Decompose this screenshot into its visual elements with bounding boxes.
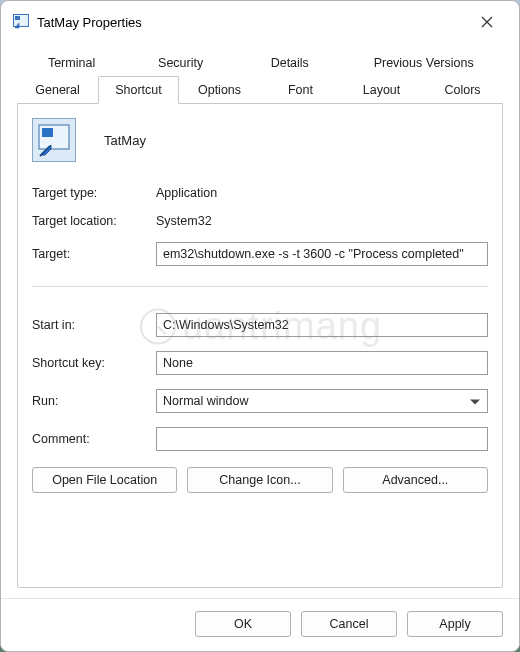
tab-shortcut[interactable]: Shortcut: [98, 76, 179, 104]
tab-security[interactable]: Security: [126, 49, 235, 76]
tab-terminal[interactable]: Terminal: [17, 49, 126, 76]
separator: [32, 286, 488, 287]
label-target: Target:: [32, 247, 142, 261]
close-button[interactable]: [467, 6, 507, 38]
properties-dialog: TatMay Properties Terminal Security Deta…: [0, 0, 520, 652]
tab-layout[interactable]: Layout: [341, 76, 422, 104]
tab-previous-versions[interactable]: Previous Versions: [344, 49, 503, 76]
ok-button[interactable]: OK: [195, 611, 291, 637]
titlebar: TatMay Properties: [1, 1, 519, 43]
app-icon: [13, 14, 29, 30]
input-start-in[interactable]: [156, 313, 488, 337]
close-icon: [481, 16, 493, 28]
label-run: Run:: [32, 394, 142, 408]
input-shortcut-key[interactable]: [156, 351, 488, 375]
select-run[interactable]: [156, 389, 488, 413]
tab-page-shortcut: TatMay Target type: Application Target l…: [17, 103, 503, 588]
content-area: Terminal Security Details Previous Versi…: [1, 43, 519, 598]
tab-details[interactable]: Details: [235, 49, 344, 76]
tab-colors[interactable]: Colors: [422, 76, 503, 104]
label-comment: Comment:: [32, 432, 142, 446]
tab-options[interactable]: Options: [179, 76, 260, 104]
apply-button[interactable]: Apply: [407, 611, 503, 637]
input-comment[interactable]: [156, 427, 488, 451]
label-target-type: Target type:: [32, 186, 142, 200]
value-target-location: System32: [156, 214, 488, 228]
inline-button-row: Open File Location Change Icon... Advanc…: [32, 467, 488, 493]
advanced-button[interactable]: Advanced...: [343, 467, 488, 493]
label-target-location: Target location:: [32, 214, 142, 228]
tab-font[interactable]: Font: [260, 76, 341, 104]
label-start-in: Start in:: [32, 318, 142, 332]
form: Target type: Application Target location…: [32, 186, 488, 451]
input-target[interactable]: [156, 242, 488, 266]
label-shortcut-key: Shortcut key:: [32, 356, 142, 370]
shortcut-name: TatMay: [104, 133, 146, 148]
shortcut-large-icon: [32, 118, 76, 162]
dialog-footer: OK Cancel Apply: [1, 598, 519, 651]
change-icon-button[interactable]: Change Icon...: [187, 467, 332, 493]
shortcut-header: TatMay: [32, 118, 488, 162]
cancel-button[interactable]: Cancel: [301, 611, 397, 637]
tabstrip: Terminal Security Details Previous Versi…: [17, 49, 503, 104]
tab-general[interactable]: General: [17, 76, 98, 104]
svg-rect-1: [15, 16, 20, 20]
svg-rect-3: [42, 128, 53, 137]
open-file-location-button[interactable]: Open File Location: [32, 467, 177, 493]
value-target-type: Application: [156, 186, 488, 200]
window-title: TatMay Properties: [37, 15, 467, 30]
